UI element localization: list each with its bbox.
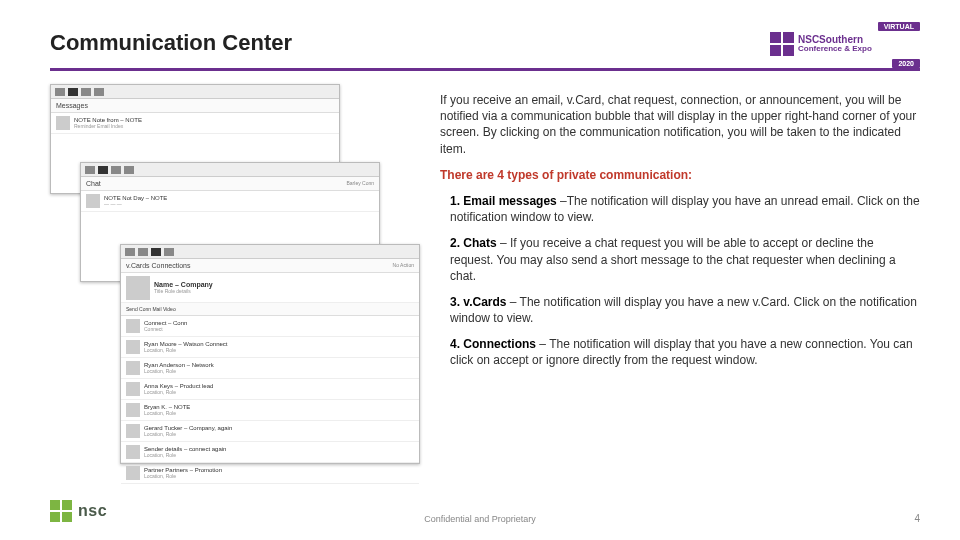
list-item: Anna Keys – Product leadLocation, Role xyxy=(121,379,419,400)
types-heading: There are 4 types of private communicati… xyxy=(440,167,920,183)
page-number: 4 xyxy=(914,513,920,524)
conference-logo-icon xyxy=(770,32,794,56)
panel-vcards: v.Cards ConnectionsNo Action Name – Comp… xyxy=(120,244,420,464)
footer-confidential: Confidential and Proprietary xyxy=(0,514,960,524)
list-item: Ryan Anderson – NetworkLocation, Role xyxy=(121,358,419,379)
header-rule xyxy=(50,68,920,71)
panel-messages-label: Messages xyxy=(51,99,339,113)
list-item: Partner Partners – PromotionLocation, Ro… xyxy=(121,463,419,484)
conference-logo-line2: Conference & Expo xyxy=(798,45,872,53)
panel-vcards-tab: v.Cards Connections xyxy=(126,262,190,269)
panel-vcards-right: No Action xyxy=(393,262,414,269)
comm-type-item: 1. Email messages –The notification will… xyxy=(440,193,920,225)
panel-messages-row-sub: Reminder Email Index xyxy=(74,123,334,129)
panel-vcards-filter: Send Conn Mail Video xyxy=(121,303,419,316)
screenshot-stack: Messages NOTE Note from – NOTEReminder E… xyxy=(50,84,420,474)
list-item: Ryan Moore – Watson ConnectLocation, Rol… xyxy=(121,337,419,358)
list-item: Connect – ConnConnect xyxy=(121,316,419,337)
comm-type-item: 2. Chats – If you receive a chat request… xyxy=(440,235,920,284)
list-item: Sender details – connect againLocation, … xyxy=(121,442,419,463)
body-text: If you receive an email, v.Card, chat re… xyxy=(440,92,920,379)
panel-vcards-list: Connect – ConnConnectRyan Moore – Watson… xyxy=(121,316,419,484)
list-item: Gerard Tucker – Company, againLocation, … xyxy=(121,421,419,442)
panel-vcards-profile-name: Name – Company xyxy=(154,281,414,288)
panel-chat-right: Barley Conn xyxy=(346,180,374,187)
panel-chat-row-sub: — — — xyxy=(104,201,374,207)
year-badge: 2020 xyxy=(892,59,920,68)
panel-vcards-profile-sub: Title Role details xyxy=(154,288,414,294)
conference-logo: VIRTUAL NSCSouthern Conference & Expo 20… xyxy=(770,22,920,66)
comm-type-item: 4. Connections – The notification will d… xyxy=(440,336,920,368)
virtual-badge: VIRTUAL xyxy=(878,22,920,31)
comm-type-item: 3. v.Cards – The notification will displ… xyxy=(440,294,920,326)
panel-chat-label: Chat xyxy=(86,180,101,187)
list-item: Bryan K. – NOTELocation, Role xyxy=(121,400,419,421)
intro-paragraph: If you receive an email, v.Card, chat re… xyxy=(440,92,920,157)
